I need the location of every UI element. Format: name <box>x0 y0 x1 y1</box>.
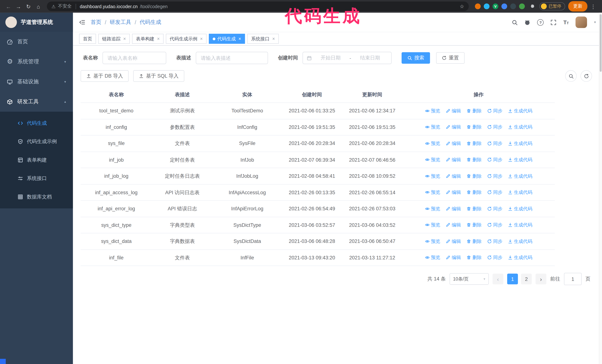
help-icon[interactable]: ? <box>537 19 544 26</box>
generate-code-link[interactable]: 生成代码 <box>508 140 532 147</box>
sync-link[interactable]: 同步 <box>487 156 502 163</box>
breadcrumb-item[interactable]: 代码生成 <box>140 19 161 26</box>
preview-link[interactable]: 预览 <box>425 140 440 147</box>
next-page-button[interactable]: › <box>536 274 546 284</box>
delete-link[interactable]: 删除 <box>466 205 482 212</box>
edit-link[interactable]: 编辑 <box>445 221 461 228</box>
extension-icon[interactable] <box>510 3 516 9</box>
back-icon[interactable]: ← <box>4 2 13 11</box>
forward-icon[interactable]: → <box>14 2 23 11</box>
edit-link[interactable]: 编辑 <box>445 140 461 147</box>
edit-link[interactable]: 编辑 <box>445 254 461 261</box>
scrollbar-thumb[interactable] <box>600 14 602 72</box>
puzzle-icon[interactable] <box>529 4 535 9</box>
search-icon[interactable] <box>512 20 518 25</box>
preview-link[interactable]: 预览 <box>425 221 440 228</box>
preview-link[interactable]: 预览 <box>425 189 440 196</box>
extension-icon[interactable] <box>475 3 481 9</box>
sync-link[interactable]: 同步 <box>487 173 502 179</box>
sidebar-subitem-form-builder[interactable]: 表单构建 <box>0 151 73 169</box>
search-button[interactable]: 搜索 <box>402 52 430 64</box>
edit-link[interactable]: 编辑 <box>445 238 461 245</box>
delete-link[interactable]: 删除 <box>466 107 482 114</box>
sync-link[interactable]: 同步 <box>487 238 502 245</box>
browser-home-icon[interactable]: ⌂ <box>34 2 43 11</box>
extension-icon[interactable]: V <box>493 3 498 9</box>
prev-page-button[interactable]: ‹ <box>493 274 503 284</box>
table-name-input[interactable] <box>102 52 166 64</box>
sidebar-subitem-db-doc[interactable]: 数据库文档 <box>0 188 73 206</box>
generate-code-link[interactable]: 生成代码 <box>508 238 532 245</box>
generate-code-link[interactable]: 生成代码 <box>508 205 532 212</box>
tab-3[interactable]: 代码生成示例× <box>166 34 206 44</box>
edit-link[interactable]: 编辑 <box>445 205 461 212</box>
close-icon[interactable]: × <box>123 36 126 42</box>
sync-link[interactable]: 同步 <box>487 189 502 196</box>
extension-icon[interactable] <box>519 3 525 9</box>
preview-link[interactable]: 预览 <box>425 238 440 245</box>
sidebar-item-system[interactable]: ⚙系统管理▾ <box>0 52 73 72</box>
edit-link[interactable]: 编辑 <box>445 156 461 163</box>
tab-2[interactable]: 表单构建× <box>132 34 163 44</box>
breadcrumb-item[interactable]: 首页 <box>91 19 101 26</box>
edit-link[interactable]: 编辑 <box>445 107 461 114</box>
generate-code-link[interactable]: 生成代码 <box>508 254 532 261</box>
font-size-icon[interactable]: TT <box>563 19 569 25</box>
page-2-button[interactable]: 2 <box>521 274 532 284</box>
close-icon[interactable]: × <box>157 36 160 42</box>
sidebar-subitem-codegen-example[interactable]: 代码生成示例 <box>0 132 73 151</box>
preview-link[interactable]: 预览 <box>425 107 440 114</box>
tab-1[interactable]: 链路追踪× <box>98 34 130 44</box>
delete-link[interactable]: 删除 <box>466 221 482 228</box>
sidebar-item-home[interactable]: 首页 <box>0 32 73 52</box>
sync-link[interactable]: 同步 <box>487 205 502 212</box>
tab-5[interactable]: 系统接口× <box>247 34 279 44</box>
edit-link[interactable]: 编辑 <box>445 124 461 131</box>
toggle-search-button[interactable] <box>565 70 577 82</box>
generate-code-link[interactable]: 生成代码 <box>508 221 532 228</box>
app-logo[interactable]: 芋道管理系统 <box>0 13 73 32</box>
import-db-button[interactable]: 基于 DB 导入 <box>81 70 129 82</box>
sidebar-subitem-system-api[interactable]: 系统接口 <box>0 169 73 187</box>
goto-page-input[interactable] <box>564 273 582 285</box>
breadcrumb-item[interactable]: 研发工具 <box>110 19 131 26</box>
preview-link[interactable]: 预览 <box>425 205 440 212</box>
collapse-sidebar-icon[interactable] <box>79 19 85 25</box>
sync-link[interactable]: 同步 <box>487 140 502 147</box>
generate-code-link[interactable]: 生成代码 <box>508 173 532 179</box>
close-icon[interactable]: × <box>238 36 241 42</box>
preview-link[interactable]: 预览 <box>425 124 440 131</box>
extension-icon[interactable] <box>501 3 507 9</box>
delete-link[interactable]: 删除 <box>466 238 482 245</box>
delete-link[interactable]: 删除 <box>466 140 482 147</box>
generate-code-link[interactable]: 生成代码 <box>508 156 532 163</box>
generate-code-link[interactable]: 生成代码 <box>508 124 532 131</box>
update-button[interactable]: 更新 <box>568 1 588 11</box>
reset-button[interactable]: 重置 <box>436 52 464 64</box>
sync-link[interactable]: 同步 <box>487 254 502 261</box>
close-icon[interactable]: × <box>272 36 275 42</box>
generate-code-link[interactable]: 生成代码 <box>508 189 532 196</box>
delete-link[interactable]: 删除 <box>466 173 482 179</box>
delete-link[interactable]: 删除 <box>466 254 482 261</box>
delete-link[interactable]: 删除 <box>466 124 482 131</box>
generate-code-link[interactable]: 生成代码 <box>508 107 532 114</box>
edit-link[interactable]: 编辑 <box>445 173 461 179</box>
date-range-picker[interactable]: 开始日期 - 结束日期 <box>302 52 392 64</box>
page-scrollbar[interactable] <box>599 13 602 364</box>
edit-link[interactable]: 编辑 <box>445 189 461 196</box>
avatar[interactable] <box>576 16 587 28</box>
preview-link[interactable]: 预览 <box>425 254 440 261</box>
refresh-table-button[interactable] <box>580 70 592 82</box>
sidebar-item-devtools[interactable]: 研发工具▴ <box>0 92 73 112</box>
bookmark-star-icon[interactable]: ☆ <box>460 3 464 9</box>
fullscreen-icon[interactable] <box>551 20 556 25</box>
sync-link[interactable]: 同步 <box>487 124 502 131</box>
chevron-down-icon[interactable]: ▾ <box>594 20 596 24</box>
table-desc-input[interactable] <box>196 52 268 64</box>
sync-link[interactable]: 同步 <box>487 221 502 228</box>
page-size-select[interactable]: 10条/页 ▾ <box>450 273 489 285</box>
github-icon[interactable] <box>525 20 530 25</box>
preview-link[interactable]: 预览 <box>425 173 440 179</box>
tab-0[interactable]: 首页 <box>79 34 96 44</box>
